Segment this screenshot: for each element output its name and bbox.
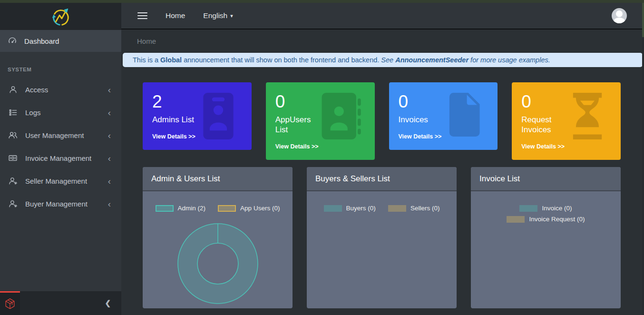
sidebar-item-label: Buyer Management bbox=[25, 200, 88, 208]
sidebar-item-user-management[interactable]: User Management ‹ bbox=[0, 124, 121, 147]
top-navbar: Home English ▾ bbox=[121, 3, 644, 30]
sidebar-item-label: Dashboard bbox=[24, 37, 59, 45]
sidebar: Dashboard SYSTEM Access ‹ Logs ‹ User Ma… bbox=[0, 3, 121, 315]
chevron-left-icon: ‹ bbox=[108, 199, 114, 208]
address-book-icon bbox=[321, 93, 362, 139]
info-box-title: Invoices bbox=[399, 115, 449, 125]
main-area: Home English ▾ Home This is a Global ann… bbox=[121, 3, 644, 315]
info-box-title: Admins List bbox=[152, 115, 202, 125]
user-plus-icon bbox=[9, 177, 18, 186]
card-title: Invoice List bbox=[471, 167, 621, 191]
sidebar-footer: ❮ bbox=[0, 291, 121, 315]
chevron-left-icon: ‹ bbox=[108, 177, 114, 186]
info-box-title: AppUsers List bbox=[275, 115, 325, 135]
info-box-invoices: 0 Invoices View Details >> bbox=[389, 82, 498, 150]
file-icon bbox=[443, 93, 485, 137]
chevron-left-icon: ‹ bbox=[108, 154, 114, 163]
card-body: Admin (2) App Users (0) bbox=[143, 191, 293, 308]
sidebar-item-label: Invoice Management bbox=[25, 154, 91, 162]
navbar-language-dropdown[interactable]: English ▾ bbox=[203, 11, 233, 20]
breadcrumb-current: Home bbox=[137, 37, 156, 45]
avatar-bust-shape bbox=[614, 18, 625, 23]
chart-legend: Buyers (0) Sellers (0) bbox=[324, 205, 440, 212]
navbar-home-label: Home bbox=[166, 11, 185, 20]
info-box-row: 2 Admins List View Details >> 0 AppUsers… bbox=[121, 82, 644, 160]
card-buyers-sellers-list: Buyers & Sellers List Buyers (0) Sellers… bbox=[307, 167, 457, 308]
user-plus-icon bbox=[9, 199, 18, 208]
sidebar-item-invoice-management[interactable]: Invoice Management ‹ bbox=[0, 147, 121, 169]
legend-label: Invoice Request (0) bbox=[529, 216, 585, 223]
menu-icon[interactable] bbox=[137, 12, 147, 19]
sidebar-item-seller-management[interactable]: Seller Management ‹ bbox=[0, 169, 121, 192]
legend-item-sellers[interactable]: Sellers (0) bbox=[388, 205, 440, 212]
info-box-title: Request Invoices bbox=[521, 115, 571, 135]
legend-swatch-teal bbox=[156, 205, 174, 212]
card-title: Buyers & Sellers List bbox=[307, 167, 457, 191]
legend-item-invoice[interactable]: Invoice (0) bbox=[519, 205, 572, 212]
chevron-left-icon: ‹ bbox=[108, 131, 114, 140]
legend-swatch-teal bbox=[519, 205, 537, 212]
info-box-request-invoices: 0 Request Invoices View Details >> bbox=[512, 82, 621, 160]
breadcrumb: Home bbox=[121, 30, 644, 53]
legend-swatch-teal bbox=[324, 205, 342, 212]
card-body: Buyers (0) Sellers (0) bbox=[307, 191, 457, 216]
doughnut-chart bbox=[176, 221, 260, 308]
caret-down-icon: ▾ bbox=[230, 13, 233, 19]
sidebar-section-header: SYSTEM bbox=[0, 52, 121, 78]
sidebar-item-access[interactable]: Access ‹ bbox=[0, 78, 121, 101]
app-window: Dashboard SYSTEM Access ‹ Logs ‹ User Ma… bbox=[0, 3, 644, 315]
page-scrollbar[interactable] bbox=[642, 3, 644, 315]
info-box-appusers: 0 AppUsers List View Details >> bbox=[266, 82, 375, 160]
laravel-logo-icon bbox=[4, 298, 16, 310]
legend-swatch-gold bbox=[218, 205, 236, 212]
hourglass-icon bbox=[566, 93, 608, 139]
sidebar-item-buyer-management[interactable]: Buyer Management ‹ bbox=[0, 192, 121, 215]
users-icon bbox=[8, 130, 18, 140]
navbar-link-home[interactable]: Home bbox=[166, 11, 185, 20]
money-bill-icon bbox=[8, 153, 18, 163]
legend-item-app-users[interactable]: App Users (0) bbox=[218, 205, 280, 212]
view-details-link[interactable]: View Details >> bbox=[399, 133, 442, 140]
legend-label: Admin (2) bbox=[178, 205, 206, 212]
announcement-banner: This is a Global announcement that will … bbox=[123, 53, 643, 67]
card-admin-users-list: Admin & Users List Admin (2) App Users (… bbox=[143, 167, 293, 308]
navbar-language-label: English bbox=[203, 11, 227, 20]
brand-area[interactable] bbox=[0, 3, 121, 30]
chart-card-row: Admin & Users List Admin (2) App Users (… bbox=[121, 167, 644, 308]
legend-item-buyers[interactable]: Buyers (0) bbox=[324, 205, 376, 212]
sidebar-item-label: Logs bbox=[25, 108, 41, 117]
chart-legend: Invoice (0) bbox=[519, 205, 572, 212]
chevron-left-icon: ‹ bbox=[108, 108, 114, 117]
user-avatar[interactable] bbox=[612, 8, 627, 23]
legend-label: Sellers (0) bbox=[410, 205, 440, 212]
view-details-link[interactable]: View Details >> bbox=[521, 143, 565, 150]
card-body: Invoice (0) Invoice Request (0) bbox=[471, 191, 621, 226]
list-icon bbox=[9, 108, 18, 117]
sidebar-item-logs[interactable]: Logs ‹ bbox=[0, 101, 121, 124]
sidebar-item-label: Access bbox=[25, 86, 48, 94]
legend-item-invoice-request[interactable]: Invoice Request (0) bbox=[507, 216, 585, 223]
sidebar-item-dashboard[interactable]: Dashboard bbox=[0, 30, 121, 52]
legend-label: Invoice (0) bbox=[542, 205, 572, 212]
brand-trend-circle-logo bbox=[50, 5, 72, 28]
card-invoice-list: Invoice List Invoice (0) Invoice Request… bbox=[471, 167, 621, 308]
info-box-admins: 2 Admins List View Details >> bbox=[143, 82, 252, 150]
sidebar-item-label: Seller Management bbox=[25, 177, 87, 185]
view-details-link[interactable]: View Details >> bbox=[152, 133, 195, 140]
tachometer-icon bbox=[8, 36, 17, 46]
laravel-logo-link[interactable] bbox=[0, 291, 20, 315]
user-icon bbox=[9, 85, 18, 94]
chart-legend: Invoice Request (0) bbox=[507, 216, 585, 223]
id-badge-icon bbox=[197, 93, 239, 139]
view-details-link[interactable]: View Details >> bbox=[275, 143, 319, 150]
announcement-text: This is a Global announcement that will … bbox=[133, 56, 550, 64]
legend-swatch-gold bbox=[507, 216, 525, 223]
legend-swatch-gold bbox=[388, 205, 406, 212]
sidebar-collapse-chevron[interactable]: ❮ bbox=[105, 299, 111, 307]
card-title: Admin & Users List bbox=[143, 167, 293, 191]
scrollbar-thumb[interactable] bbox=[642, 3, 644, 37]
legend-item-admin[interactable]: Admin (2) bbox=[156, 205, 206, 212]
sidebar-item-label: User Management bbox=[25, 131, 84, 139]
chevron-left-icon: ‹ bbox=[108, 85, 114, 94]
chart-legend: Admin (2) App Users (0) bbox=[156, 205, 280, 212]
